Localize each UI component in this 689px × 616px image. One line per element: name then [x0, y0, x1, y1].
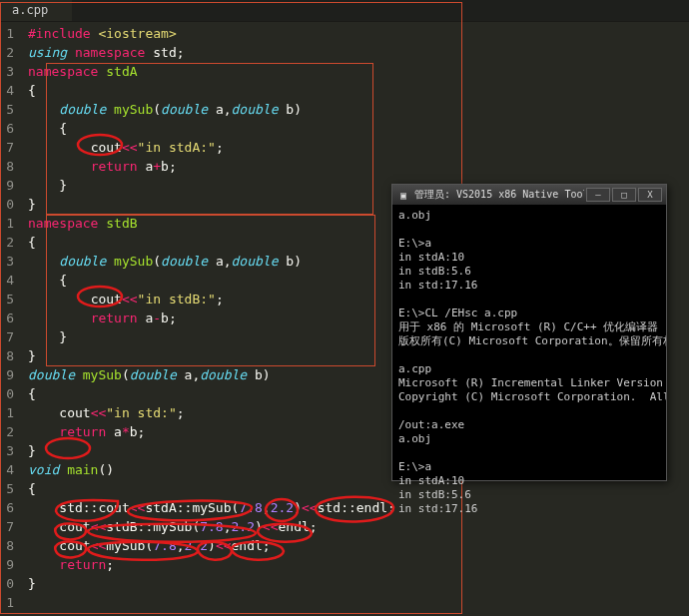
line-number: 8: [4, 536, 14, 555]
line-number: 6: [4, 308, 14, 327]
line-number: 3: [4, 62, 14, 81]
tab-a-cpp[interactable]: a.cpp: [0, 0, 72, 21]
line-gutter: 1 2 3 4 5 6 7 8 9 0 1 2 3 4 5 6 7 8 9 0 …: [0, 22, 20, 616]
terminal-output[interactable]: a.obj E:\>a in stdA:10 in stdB:5.6 in st…: [392, 205, 666, 520]
line-number: 6: [4, 498, 14, 517]
line-number: 9: [4, 365, 14, 384]
line-number: 1: [4, 24, 14, 43]
line-number: 9: [4, 555, 14, 574]
cmd-icon: ▣: [396, 190, 410, 201]
line-number: 4: [4, 81, 14, 100]
tab-bar: a.cpp: [0, 0, 689, 22]
minimize-button[interactable]: –: [586, 188, 610, 202]
line-number: 7: [4, 517, 14, 536]
line-number: 0: [4, 195, 14, 214]
line-number: 5: [4, 100, 14, 119]
line-number: 1: [4, 593, 14, 612]
line-number: 4: [4, 460, 14, 479]
line-number: 5: [4, 479, 14, 498]
line-number: 9: [4, 176, 14, 195]
line-number: 2: [4, 233, 14, 252]
line-number: 0: [4, 574, 14, 593]
line-number: 2: [4, 43, 14, 62]
line-number: 0: [4, 384, 14, 403]
line-number: 1: [4, 403, 14, 422]
line-number: 7: [4, 138, 14, 157]
line-number: 3: [4, 252, 14, 271]
line-number: 7: [4, 327, 14, 346]
terminal-titlebar[interactable]: ▣ 管理员: VS2015 x86 Native Tools Comman...…: [392, 185, 666, 205]
maximize-button[interactable]: □: [612, 188, 636, 202]
line-number: 3: [4, 441, 14, 460]
close-button[interactable]: X: [638, 188, 662, 202]
line-number: 8: [4, 346, 14, 365]
line-number: 6: [4, 119, 14, 138]
line-number: 4: [4, 271, 14, 290]
terminal-window[interactable]: ▣ 管理员: VS2015 x86 Native Tools Comman...…: [391, 184, 667, 481]
tab-label: a.cpp: [12, 3, 48, 17]
line-number: 2: [4, 422, 14, 441]
line-number: 1: [4, 214, 14, 233]
terminal-title: 管理员: VS2015 x86 Native Tools Comman...: [414, 188, 584, 202]
line-number: 8: [4, 157, 14, 176]
line-number: 5: [4, 290, 14, 308]
